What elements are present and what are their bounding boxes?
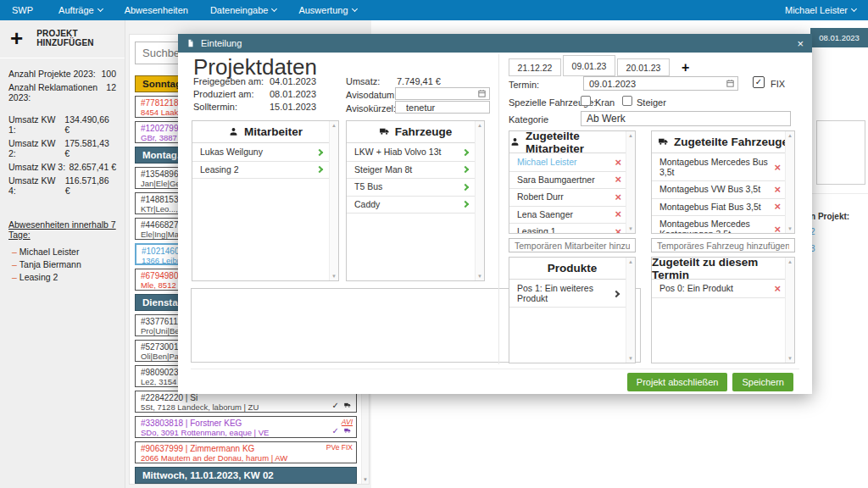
assigned-mitarbeiter-row[interactable]: Robert Durr× [509,189,626,207]
fahrzeug-row[interactable]: LKW + Hiab Volvo 13t [347,144,475,162]
assigned-fahrzeug-row[interactable]: Montagebus Fiat Bus 3,5t× [652,199,785,217]
termin-tab-21-12-22[interactable]: 21.12.22 [509,58,561,76]
user-menu[interactable]: Michael Leister [785,5,856,15]
remove-icon[interactable]: × [615,210,621,219]
panel-items: Lukas WeilgunyLeasing 2 [192,144,329,280]
chevron-right-icon[interactable] [462,166,469,173]
nav-item-abwesenheiten[interactable]: Abwesenheiten [125,5,188,15]
fahrzeug-row[interactable]: Steiger Man 8t [347,162,475,180]
scrollbar[interactable]: ▲▼ [626,131,635,233]
add-termin-button[interactable]: + [682,59,689,76]
remove-icon[interactable]: × [615,175,621,184]
panel-title-label: Produkte [548,262,598,274]
person-icon [509,136,520,147]
add-project-button[interactable]: + PROJEKT HINZUFÜGEN [0,20,125,58]
assigned-mitarbeiter-row[interactable]: Leasing 1× [509,224,626,233]
fahrzeug-row[interactable]: Caddy [347,197,475,214]
close-icon[interactable]: × [797,38,804,49]
assigned-fahrzeug-row[interactable]: Montagebus VW Bus 3,5t× [652,181,785,199]
scroll-down-icon[interactable]: ▼ [787,226,793,231]
remove-icon[interactable]: × [774,285,781,293]
termin-produkte-panel: Zugeteilt zu diesem TerminPos 0: Ein Pro… [651,257,795,363]
remove-icon[interactable]: × [774,202,781,211]
scroll-up-icon[interactable]: ▲ [628,259,633,264]
day-header: Mittwoch, 11.01.2023, KW 02 [135,467,357,484]
mitarbeiter-row[interactable]: Leasing 2 [192,162,329,180]
finish-project-button[interactable]: Projekt abschließen [627,373,728,391]
chevron-right-icon[interactable] [462,184,469,191]
item-label: Lukas Weilguny [200,147,263,158]
remove-icon[interactable]: × [774,164,781,172]
kran-checkbox[interactable] [581,96,591,106]
nav-item-auftr-ge[interactable]: Aufträge [58,5,103,15]
chevron-right-icon[interactable] [613,290,620,297]
avisodatum-input[interactable] [395,87,490,100]
remove-icon[interactable]: × [615,228,621,233]
temp-mitarbeiter-input[interactable] [509,238,636,252]
scrollbar[interactable]: ▲▼ [329,121,338,280]
nav-item-auswertung[interactable]: Auswertung [298,5,356,15]
termin-tab-20-01-23[interactable]: 20.01.23 [617,58,670,76]
absence-item: –Tanja Biermann [8,258,116,270]
remove-icon[interactable]: × [774,186,781,194]
chevron-right-icon[interactable] [316,166,323,173]
nav-item-dateneingabe[interactable]: Dateneingabe [210,5,277,15]
check-icon: ✓ [332,401,339,410]
absence-item: –Leasing 2 [8,270,116,283]
stat-row: Anzahl Reklamationen 2023:12 [0,80,125,104]
remove-icon[interactable]: × [615,158,621,167]
item-label: Michael Leister [517,158,577,168]
fix-checkbox[interactable] [753,76,765,88]
item-label: Leasing 1 [517,227,556,233]
termin-produkt-row[interactable]: Pos 0: Ein Produkt× [652,280,785,298]
remove-icon[interactable]: × [615,193,621,202]
assigned-fahrzeug-row[interactable]: Montagebus Mercedes Bus 3,5t× [652,154,785,181]
dialog-titlebar: Einteilung × [178,34,812,53]
absences-list: –Michael Leister–Tanja Biermann–Leasing … [8,245,116,283]
chevron-right-icon[interactable] [316,149,323,156]
calendar-icon[interactable] [726,79,735,88]
chevron-right-icon[interactable] [462,201,469,208]
termin-tab-09-01-23[interactable]: 09.01.23 [563,55,615,76]
termin-input[interactable] [583,76,738,91]
assigned-mitarbeiter-row[interactable]: Sara Baumgaertner× [509,172,626,190]
remove-icon[interactable]: × [774,225,781,234]
scroll-down-icon[interactable]: ▼ [331,274,337,279]
save-button[interactable]: Speichern [732,373,793,391]
scroll-up-icon[interactable]: ▲ [787,259,793,264]
stat-label: Umsatz KW 2: [8,138,64,158]
scrollbar[interactable]: ▲▼ [626,258,635,363]
scroll-down-icon[interactable]: ▼ [363,477,368,482]
absences-block: Abwesenheiten innerhalb 7 Tage: –Michael… [0,219,125,283]
temp-fahrzeug-input[interactable] [651,238,795,252]
assigned-mitarbeiter-row[interactable]: Michael Leister× [509,154,626,172]
brand-logo[interactable]: SWP [12,5,33,15]
scroll-up-icon[interactable]: ▲ [787,133,793,138]
avisokuerzel-input[interactable] [395,101,490,114]
field-label: Solltermin: [193,102,237,112]
assigned-mitarbeiter-row[interactable]: Lena Saenger× [509,207,626,225]
kategorie-input[interactable] [581,111,791,126]
list-item[interactable]: #90637999 | Zimmermann KG2066 Mautern an… [135,441,357,463]
scroll-up-icon[interactable]: ▲ [331,123,337,128]
calendar-icon[interactable] [477,89,487,98]
steiger-checkbox[interactable] [622,96,632,106]
scroll-up-icon[interactable]: ▲ [628,133,633,138]
scrollbar[interactable]: ▲▼ [475,121,484,280]
field-label: Kategorie [509,114,548,125]
item-label: Robert Durr [517,192,564,202]
truck-icon [658,136,669,147]
scroll-down-icon[interactable]: ▼ [628,356,633,361]
fahrzeug-row[interactable]: T5 Bus [347,179,475,197]
assigned-fahrzeug-row[interactable]: Montagebus Mercedes Kastenwagen 3,5t× [652,216,785,233]
chevron-right-icon[interactable] [462,149,469,156]
scrollbar[interactable]: ▲▼ [785,258,794,363]
scroll-up-icon[interactable]: ▲ [477,123,482,128]
scroll-down-icon[interactable]: ▼ [477,274,482,279]
produkt-row[interactable]: Pos 1: Ein weiteres Produkt [509,280,626,308]
mitarbeiter-row[interactable]: Lukas Weilguny [192,144,329,162]
scroll-down-icon[interactable]: ▼ [787,356,793,361]
scrollbar[interactable]: ▲▼ [785,131,794,233]
scroll-down-icon[interactable]: ▼ [628,226,633,231]
list-item[interactable]: #33803818 | Forstner KEGSDo, 3091 Rotten… [135,416,357,438]
